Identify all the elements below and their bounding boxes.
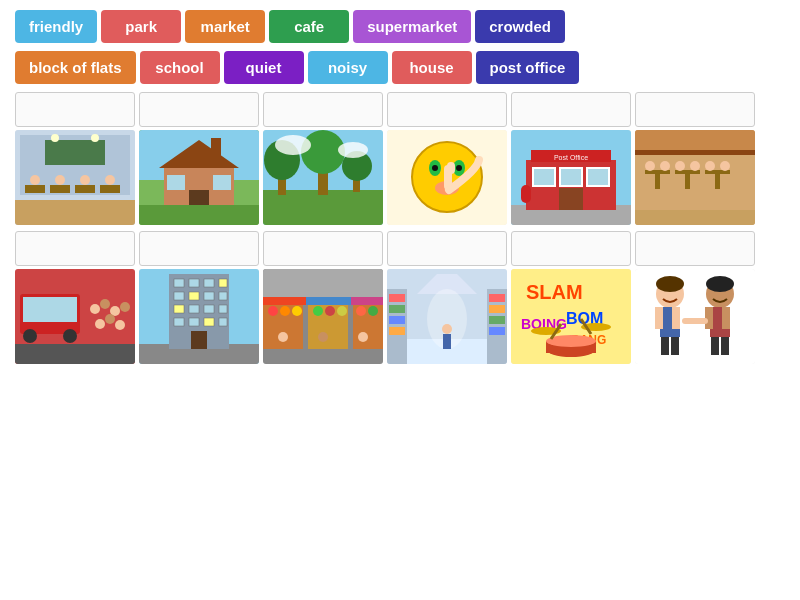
drop-7[interactable] [15,231,135,266]
svg-rect-66 [635,130,755,150]
svg-rect-149 [635,269,755,364]
svg-rect-85 [174,279,184,287]
svg-rect-136 [443,334,451,349]
svg-point-107 [292,306,302,316]
svg-rect-20 [213,175,231,190]
word-blockofflats[interactable]: block of flats [15,51,136,84]
word-noisy[interactable]: noisy [308,51,388,84]
svg-point-75 [100,299,110,309]
svg-point-31 [275,135,311,155]
word-park[interactable]: park [101,10,181,43]
svg-point-73 [63,329,77,343]
blocksflats-image [139,269,259,364]
quiet-emoji-image [387,130,507,225]
word-friendly[interactable]: friendly [15,10,97,43]
svg-rect-162 [711,337,719,355]
svg-point-111 [325,306,335,316]
svg-point-8 [80,175,90,185]
svg-rect-113 [353,299,383,349]
svg-rect-124 [389,294,405,302]
drop-1[interactable] [15,92,135,127]
svg-rect-93 [174,305,184,313]
svg-rect-100 [219,318,227,326]
svg-rect-22 [139,205,259,225]
svg-rect-42 [447,162,455,174]
svg-rect-97 [174,318,184,326]
svg-rect-5 [100,185,120,193]
svg-point-135 [442,324,452,334]
svg-rect-87 [204,279,214,287]
word-crowded[interactable]: crowded [475,10,565,43]
drop-5[interactable] [511,92,631,127]
dropzone-row2 [15,231,785,266]
market-image [263,269,383,364]
svg-point-78 [95,319,105,329]
svg-point-105 [268,306,278,316]
svg-point-65 [720,161,730,171]
drop-9[interactable] [263,231,383,266]
drop-4[interactable] [387,92,507,127]
svg-rect-86 [189,279,199,287]
word-postoffice[interactable]: post office [476,51,580,84]
svg-rect-88 [219,279,227,287]
svg-rect-46 [533,168,555,186]
svg-point-11 [51,134,59,142]
svg-rect-156 [671,337,679,355]
svg-rect-71 [23,297,77,322]
dropzone-row1 [15,92,785,127]
svg-point-119 [318,332,328,342]
svg-rect-129 [489,305,505,313]
word-school[interactable]: school [140,51,220,84]
svg-rect-95 [204,305,214,313]
svg-point-9 [105,175,115,185]
svg-point-61 [660,161,670,171]
svg-rect-24 [263,190,383,225]
svg-rect-59 [715,174,720,189]
svg-rect-55 [655,174,660,189]
svg-rect-47 [560,168,582,186]
drop-3[interactable] [263,92,383,127]
word-quiet[interactable]: quiet [224,51,304,84]
svg-point-118 [278,332,288,342]
svg-rect-101 [191,331,207,349]
word-house[interactable]: house [392,51,472,84]
main-container: friendly park market cafe supermarket cr… [0,0,800,380]
svg-point-39 [456,165,462,171]
word-supermarket[interactable]: supermarket [353,10,471,43]
drop-11[interactable] [511,231,631,266]
crowded-image [15,269,135,364]
svg-rect-57 [685,174,690,189]
svg-rect-19 [167,175,185,190]
svg-rect-98 [189,318,199,326]
drop-8[interactable] [139,231,259,266]
svg-point-12 [91,134,99,142]
drop-6[interactable] [635,92,755,127]
svg-rect-4 [75,185,95,193]
svg-rect-155 [661,337,669,355]
svg-point-120 [358,332,368,342]
drop-12[interactable] [635,231,755,266]
svg-text:Post Office: Post Office [554,154,588,161]
svg-point-28 [301,130,345,174]
svg-rect-128 [489,294,505,302]
svg-point-32 [338,142,368,158]
image-row1: Post Office [15,130,785,225]
word-cafe[interactable]: cafe [269,10,349,43]
svg-point-74 [90,304,100,314]
svg-rect-91 [204,292,214,300]
noisy-image: SLAM BOM BOING BANG [511,269,631,364]
drop-2[interactable] [139,92,259,127]
svg-rect-104 [263,297,308,305]
svg-rect-89 [174,292,184,300]
svg-rect-92 [219,292,227,300]
svg-rect-96 [219,305,227,313]
word-market[interactable]: market [185,10,265,43]
park-image [263,130,383,225]
wordbank-row1: friendly park market cafe supermarket cr… [15,10,785,43]
svg-rect-127 [389,327,405,335]
svg-point-116 [368,306,378,316]
drop-10[interactable] [387,231,507,266]
svg-point-80 [115,320,125,330]
svg-point-79 [105,314,115,324]
svg-rect-154 [672,307,680,329]
